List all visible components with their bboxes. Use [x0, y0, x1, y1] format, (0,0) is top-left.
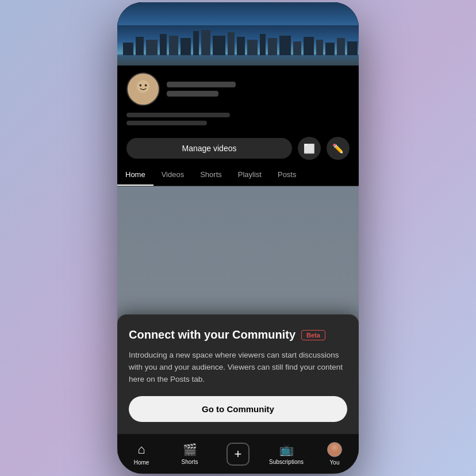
channel-sub-placeholder	[167, 91, 218, 97]
tab-posts[interactable]: Posts	[270, 164, 305, 186]
svg-rect-13	[247, 40, 258, 55]
svg-rect-2	[123, 43, 133, 55]
svg-rect-10	[213, 36, 225, 55]
svg-rect-3	[136, 37, 144, 55]
nav-item-add[interactable]: +	[214, 443, 262, 466]
svg-rect-19	[316, 40, 323, 55]
svg-point-25	[137, 80, 149, 93]
edit-button[interactable]: ✏️	[327, 137, 350, 160]
channel-stats-lines	[126, 113, 350, 125]
phone-screen: Manage videos ⬜ ✏️ Home Videos Shorts Pl…	[117, 2, 359, 474]
community-title: Connect with your Community	[129, 328, 295, 341]
manage-videos-button[interactable]: Manage videos	[126, 138, 292, 159]
svg-rect-17	[293, 41, 301, 55]
tab-playlist[interactable]: Playlist	[230, 164, 270, 186]
svg-rect-18	[304, 37, 314, 55]
svg-rect-21	[337, 38, 345, 55]
add-button[interactable]: +	[227, 443, 249, 466]
add-icon: +	[235, 447, 242, 462]
nav-item-home[interactable]: ⌂ Home	[117, 442, 166, 466]
svg-rect-14	[260, 34, 266, 55]
svg-rect-4	[146, 40, 158, 55]
svg-rect-22	[347, 41, 358, 55]
nav-you-label: You	[330, 459, 340, 466]
bottom-nav: ⌂ Home 🎬 Shorts + 📺 Subscriptions You	[117, 433, 359, 474]
stat-line-1	[126, 113, 230, 117]
nav-item-subscriptions[interactable]: 📺 Subscriptions	[262, 443, 310, 465]
action-row: Manage videos ⬜ ✏️	[117, 132, 359, 164]
svg-rect-11	[228, 32, 235, 55]
svg-rect-7	[181, 38, 191, 55]
channel-tabs: Home Videos Shorts Playlist Posts	[117, 164, 359, 186]
svg-rect-5	[160, 34, 167, 55]
nav-subscriptions-label: Subscriptions	[269, 459, 304, 465]
svg-rect-16	[279, 36, 291, 55]
subscriptions-icon: 📺	[279, 443, 294, 456]
svg-rect-12	[237, 37, 245, 55]
svg-rect-9	[201, 30, 210, 55]
tab-shorts[interactable]: Shorts	[192, 164, 230, 186]
phone-container: Manage videos ⬜ ✏️ Home Videos Shorts Pl…	[117, 2, 359, 474]
channel-info	[117, 66, 359, 132]
community-description: Introducing a new space where viewers ca…	[129, 350, 347, 386]
you-avatar-icon	[327, 442, 342, 457]
channel-header-row	[126, 72, 350, 106]
go-to-community-button[interactable]: Go to Community	[129, 396, 347, 422]
stat-line-2	[126, 121, 207, 125]
nav-item-shorts[interactable]: 🎬 Shorts	[166, 443, 214, 465]
nav-shorts-label: Shorts	[182, 459, 198, 465]
edit-icon: ✏️	[332, 143, 344, 154]
analytics-button[interactable]: ⬜	[298, 137, 321, 160]
home-icon: ⌂	[137, 442, 145, 457]
community-title-row: Connect with your Community Beta	[129, 328, 347, 341]
nav-item-you[interactable]: You	[310, 442, 359, 466]
shorts-icon: 🎬	[183, 443, 197, 456]
avatar-image	[128, 74, 159, 105]
tab-videos[interactable]: Videos	[153, 164, 193, 186]
analytics-icon: ⬜	[304, 143, 315, 154]
svg-rect-6	[169, 36, 178, 55]
svg-rect-20	[325, 43, 335, 55]
svg-point-28	[145, 85, 147, 87]
channel-text-lines	[167, 82, 350, 97]
svg-rect-23	[117, 55, 359, 66]
beta-badge: Beta	[301, 330, 325, 340]
svg-rect-15	[268, 38, 277, 55]
channel-banner	[117, 2, 359, 66]
avatar	[126, 72, 160, 106]
channel-name-placeholder	[167, 82, 236, 87]
svg-point-27	[139, 85, 141, 87]
svg-rect-8	[193, 31, 199, 55]
svg-point-26	[135, 93, 152, 106]
community-overlay-card: Connect with your Community Beta Introdu…	[117, 314, 359, 433]
tab-home[interactable]: Home	[117, 164, 153, 186]
nav-home-label: Home	[134, 459, 149, 466]
